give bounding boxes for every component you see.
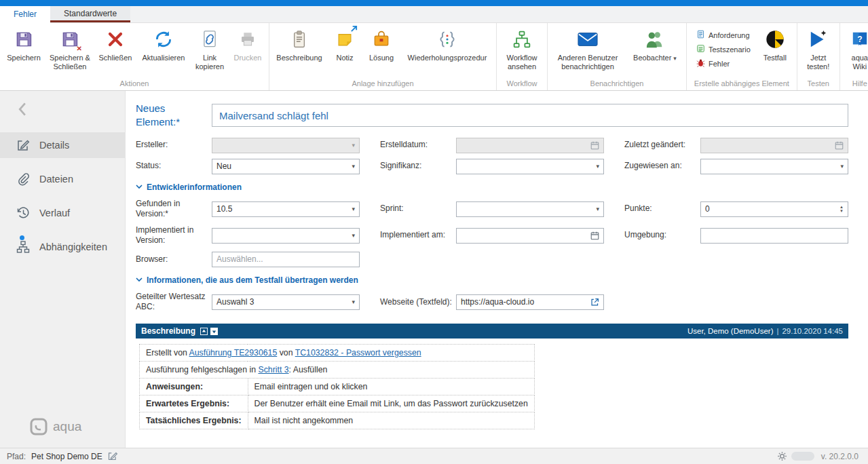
move-down-icon[interactable]: [210, 328, 218, 335]
gefunden-in-version-select[interactable]: 10.5▾: [212, 201, 360, 217]
aqua-logo: aqua: [30, 418, 81, 436]
execution-link[interactable]: Ausführung TE2930615: [189, 348, 278, 357]
row-value: Mail ist nicht angekommen: [248, 412, 534, 429]
drucken-button: Drucken: [229, 24, 267, 79]
testfall-button[interactable]: Testfall: [755, 24, 795, 79]
ribbon: Speichern ✕ Speichern & Schließen Schlie…: [0, 23, 868, 91]
sidebar-item-verlauf[interactable]: Verlauf: [0, 200, 125, 226]
workflow-ansehen-button[interactable]: Workflow ansehen: [499, 24, 545, 79]
ersteller-label: Ersteller:: [136, 140, 212, 151]
row-value: Email eintragen und ok klicken: [248, 379, 534, 395]
static-text: : Ausfüllen: [289, 365, 328, 374]
titlebar: [0, 0, 868, 6]
umgebung-input[interactable]: [700, 228, 848, 244]
punkte-spinner[interactable]: 0▲▼: [700, 201, 848, 217]
move-up-icon[interactable]: [200, 328, 208, 335]
hierarchy-icon: [16, 240, 30, 254]
row-label: Tatsächliches Ergebnis:: [140, 412, 248, 429]
button-label: Anforderung: [709, 31, 750, 39]
row-label: Anweisungen:: [140, 379, 248, 395]
aktualisieren-button[interactable]: Aktualisieren: [136, 24, 191, 79]
ribbon-group-label: Benachrichtigen: [550, 79, 684, 90]
implementiert-in-version-select[interactable]: ▾: [212, 228, 360, 244]
sprint-select[interactable]: ▾: [456, 201, 604, 217]
edit-icon: [16, 138, 30, 152]
aqua-logo-text: aqua: [53, 419, 81, 434]
sidebar-item-details[interactable]: Details: [0, 132, 125, 158]
zugewiesen-an-select[interactable]: ▾: [700, 159, 848, 174]
beschreibung-button[interactable]: Beschreibung: [271, 24, 327, 79]
anforderung-button[interactable]: Anforderung: [693, 28, 754, 42]
clipboard-icon: [290, 27, 308, 52]
tab-standardwerte[interactable]: Standardwerte: [50, 6, 130, 22]
anderen-benutzer-benachrichtigen-button[interactable]: Anderen Benutzer benachrichtigen: [550, 24, 626, 79]
signifikanz-select[interactable]: ▾: [456, 159, 604, 174]
button-label: Beobachter▾: [633, 54, 677, 62]
button-label: Speichern & Schließen: [49, 54, 91, 71]
test-case-icon: [765, 27, 785, 52]
ribbon-group-label: Aktionen: [2, 79, 267, 90]
loesung-button[interactable]: Lösung: [362, 24, 400, 79]
wiederholungsprozedur-button[interactable]: Wiederholungsprozedur: [400, 24, 494, 79]
sticky-note-icon: [336, 27, 354, 52]
ribbon-group-label: Hilfe: [842, 79, 868, 90]
button-label: Anderen Benutzer benachrichtigen: [553, 54, 622, 71]
notiz-button[interactable]: Notiz: [327, 24, 362, 79]
flowchart-icon: [512, 27, 531, 52]
settings-gear-icon[interactable]: [777, 451, 787, 461]
geteilter-wertesatz-select[interactable]: Auswahl 3▾: [212, 294, 360, 310]
geteilter-wertesatz-label: Geteilter Wertesatz ABC:: [136, 292, 212, 313]
chevron-down-icon: ▾: [352, 163, 355, 170]
fehler-button[interactable]: Fehler: [693, 56, 754, 71]
umgebung-label: Umgebung:: [624, 230, 700, 241]
aqua-wiki-button[interactable]: ? aqua Wiki: [842, 24, 868, 79]
implementiert-am-label: Implementiert am:: [380, 230, 456, 241]
chevron-down-icon: ▾: [352, 298, 355, 305]
calendar-icon: [590, 141, 599, 150]
tab-fehler[interactable]: Fehler: [0, 6, 50, 22]
external-link-icon[interactable]: [590, 298, 599, 307]
link-kopieren-button[interactable]: Link kopieren: [191, 24, 229, 79]
status-select[interactable]: Neu▾: [212, 159, 360, 174]
button-label: Notiz: [336, 54, 353, 62]
spin-down-icon[interactable]: ▼: [839, 209, 844, 213]
static-text: Erstellt von: [146, 348, 189, 357]
edit-path-icon[interactable]: [107, 451, 117, 461]
browser-input[interactable]: [212, 252, 360, 267]
beobachter-button[interactable]: Beobachter▾: [626, 24, 684, 79]
testcase-link[interactable]: TC1032832 - Passwort vergessen: [295, 348, 421, 357]
title-input[interactable]: [212, 104, 848, 127]
aqua-logo-icon: [30, 418, 48, 436]
table-row: Tatsächliches Ergebnis: Mail ist nicht a…: [140, 412, 535, 429]
ribbon-group-label: Workflow: [499, 79, 545, 90]
sidebar-item-label: Details: [39, 140, 69, 151]
zoom-slider[interactable]: [791, 452, 814, 461]
copy-link-icon: [201, 27, 219, 52]
save-close-icon: ✕: [60, 27, 79, 52]
punkte-label: Punkte:: [624, 204, 700, 214]
section-testfall-informationen[interactable]: Informationen, die aus dem Testfall über…: [136, 275, 858, 285]
speichern-und-schliessen-button[interactable]: ✕ Speichern & Schließen: [45, 24, 94, 79]
zugewiesen-an-label: Zugewiesen an:: [624, 161, 700, 172]
section-collapse-icon: [136, 277, 143, 282]
play-icon: [808, 27, 829, 52]
ribbon-group-testen: Jetzt testen! Testen: [797, 23, 840, 90]
speichern-button[interactable]: Speichern: [2, 24, 45, 79]
jetzt-testen-button[interactable]: Jetzt testen!: [799, 24, 837, 79]
spinner-buttons[interactable]: ▲▼: [839, 205, 844, 213]
step-link[interactable]: Schritt 3: [258, 365, 288, 374]
sidebar-item-dateien[interactable]: Dateien: [0, 166, 125, 192]
calendar-icon[interactable]: [590, 231, 599, 240]
webseite-input[interactable]: https://aqua-cloud.io: [456, 294, 604, 310]
ribbon-group-aktionen: Speichern ✕ Speichern & Schließen Schlie…: [0, 23, 269, 90]
back-button[interactable]: [18, 102, 27, 119]
requirement-icon: [696, 30, 705, 40]
svg-text:?: ?: [857, 35, 862, 44]
testszenario-button[interactable]: Testszenario: [693, 42, 754, 56]
sidebar-item-abhaengigkeiten[interactable]: Abhängigkeiten: [0, 234, 125, 260]
description-meta: User, Demo (DemoUser)|29.10.2020 14:45: [687, 327, 843, 335]
schliessen-button[interactable]: Schließen: [94, 24, 136, 79]
button-label: Link kopieren: [194, 54, 225, 71]
implementiert-am-datepicker[interactable]: [456, 228, 604, 244]
section-entwicklerinformationen[interactable]: Entwicklerinformationen: [136, 182, 858, 192]
